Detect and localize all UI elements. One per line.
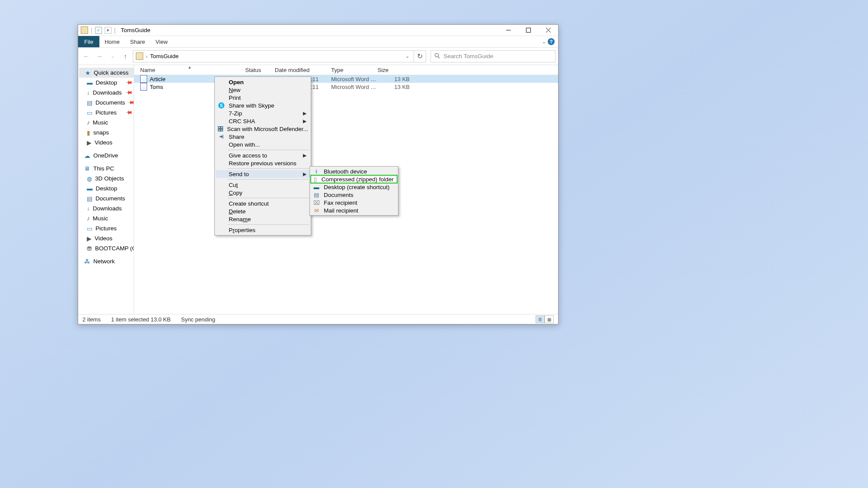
col-date[interactable]: Date modified — [275, 67, 331, 73]
submenu-arrow-icon: ▶ — [303, 118, 306, 124]
ctx-delete[interactable]: Delete — [216, 207, 310, 215]
share-icon — [217, 134, 225, 140]
column-headers[interactable]: Name▲ Status Date modified Type Size — [134, 65, 558, 75]
qat-dropdown-icon[interactable]: ▾ — [105, 27, 112, 34]
sendto-zipped[interactable]: ▯Compressed (zipped) folder — [311, 175, 397, 183]
nav-documents[interactable]: ▤Documents📌 — [78, 98, 134, 108]
view-large-button[interactable]: ▦ — [545, 315, 554, 323]
nav-desktop[interactable]: ▬Desktop📌 — [78, 78, 134, 88]
ctx-new[interactable]: New — [216, 86, 310, 94]
address-segment[interactable]: TomsGuide — [150, 53, 179, 59]
help-icon[interactable]: ? — [548, 38, 555, 45]
sendto-mail[interactable]: ✉Mail recipient — [311, 206, 397, 214]
ctx-properties[interactable]: Properties — [216, 226, 310, 234]
nav-network[interactable]: 🖧Network — [78, 256, 134, 266]
status-bar: 2 items 1 item selected 13.0 KB Sync pen… — [78, 314, 558, 324]
col-size[interactable]: Size — [378, 67, 410, 73]
svg-rect-6 — [218, 127, 220, 128]
shield-icon — [217, 126, 224, 132]
col-type[interactable]: Type — [331, 67, 378, 73]
nav-videos2[interactable]: ▶Videos — [78, 233, 134, 243]
status-selected: 1 item selected 13.0 KB — [111, 316, 171, 323]
sendto-fax[interactable]: ⌧Fax recipient — [311, 199, 397, 206]
nav-downloads2[interactable]: ↓Downloads — [78, 203, 134, 213]
word-doc-icon — [140, 75, 147, 83]
word-doc-icon — [140, 83, 147, 91]
nav-onedrive[interactable]: ☁OneDrive — [78, 151, 134, 160]
status-items: 2 items — [82, 316, 101, 323]
svg-rect-9 — [221, 129, 223, 131]
ctx-rename[interactable]: Rename — [216, 215, 310, 223]
ctx-defender[interactable]: Scan with Microsoft Defender... — [216, 125, 310, 133]
file-name: Article — [150, 76, 165, 82]
file-row[interactable]: Article 22/09/2022 15:11 Microsoft Word … — [134, 75, 558, 83]
sendto-bluetooth[interactable]: ᚼBluetooth device — [311, 167, 397, 175]
ctx-open[interactable]: Open — [216, 78, 310, 86]
navigation-pane[interactable]: ★Quick access ▬Desktop📌 ↓Downloads📌 ▤Doc… — [78, 65, 134, 314]
nav-videos[interactable]: ▶Videos — [78, 138, 134, 147]
tab-share[interactable]: Share — [125, 36, 151, 47]
maximize-button[interactable] — [518, 25, 538, 36]
status-sync: Sync pending — [181, 316, 215, 323]
ribbon-tabs: File Home Share View ⌄ ? — [78, 36, 558, 48]
address-dropdown-icon[interactable]: ⌄ — [405, 53, 411, 59]
svg-rect-7 — [221, 127, 223, 128]
nav-quick-access[interactable]: ★Quick access — [78, 68, 134, 78]
file-list-area[interactable]: Name▲ Status Date modified Type Size Art… — [134, 65, 558, 314]
address-bar[interactable]: › TomsGuide ⌄ — [133, 50, 414, 62]
nav-downloads[interactable]: ↓Downloads📌 — [78, 88, 134, 98]
minimize-button[interactable] — [498, 25, 518, 36]
nav-thispc[interactable]: 🖥This PC — [78, 164, 134, 174]
tab-home[interactable]: Home — [99, 36, 125, 47]
ctx-copy[interactable]: Copy — [216, 189, 310, 197]
nav-history-dropdown[interactable]: ⌄ — [107, 51, 118, 62]
ctx-7zip[interactable]: 7-Zip▶ — [216, 109, 310, 117]
ribbon-expand-icon[interactable]: ⌄ — [542, 39, 546, 45]
nav-music2[interactable]: ♪Music — [78, 213, 134, 223]
file-explorer-window[interactable]: | ✓ ▾ | TomsGuide File Home Share View ⌄… — [78, 24, 559, 324]
nav-desktop2[interactable]: ▬Desktop — [78, 183, 134, 193]
nav-up-button[interactable]: ↑ — [120, 51, 131, 62]
ctx-openwith[interactable]: Open with... — [216, 141, 310, 148]
zip-icon: ▯ — [314, 176, 317, 183]
ctx-share[interactable]: Share — [216, 133, 310, 141]
tab-file[interactable]: File — [78, 36, 99, 47]
pin-icon: 📌 — [125, 88, 133, 97]
ctx-giveaccess[interactable]: Give access to▶ — [216, 151, 310, 159]
separator-icon: | — [114, 27, 116, 34]
ctx-restore[interactable]: Restore previous versions — [216, 159, 310, 167]
properties-icon[interactable]: ✓ — [95, 27, 102, 34]
nav-3dobjects[interactable]: ◍3D Objects — [78, 174, 134, 183]
nav-bootcamp[interactable]: ⛃BOOTCAMP (C:) — [78, 243, 134, 253]
close-button[interactable] — [538, 25, 558, 36]
tab-view[interactable]: View — [150, 36, 173, 47]
ctx-share-skype[interactable]: SShare with Skype — [216, 102, 310, 109]
col-status[interactable]: Status — [245, 67, 275, 73]
nav-pictures[interactable]: ▭Pictures📌 — [78, 108, 134, 118]
sendto-submenu[interactable]: ᚼBluetooth device ▯Compressed (zipped) f… — [309, 166, 398, 216]
nav-snaps[interactable]: ▮snaps — [78, 128, 134, 138]
nav-music[interactable]: ♪Music — [78, 118, 134, 128]
sendto-desktop[interactable]: ▬Desktop (create shortcut) — [311, 183, 397, 191]
submenu-arrow-icon: ▶ — [303, 153, 306, 158]
refresh-button[interactable]: ↻ — [414, 50, 426, 62]
sendto-documents[interactable]: ▤Documents — [311, 191, 397, 199]
chevron-right-icon[interactable]: › — [146, 54, 148, 59]
ctx-shortcut[interactable]: Create shortcut — [216, 200, 310, 207]
documents-icon: ▤ — [314, 192, 319, 198]
context-menu[interactable]: Open New Print SShare with Skype 7-Zip▶ … — [214, 76, 311, 236]
ctx-crcsha[interactable]: CRC SHA▶ — [216, 117, 310, 125]
file-row[interactable]: Toms 22/09/2022 15:11 Microsoft Word 97-… — [134, 83, 558, 91]
search-input[interactable]: Search TomsGuide — [431, 50, 556, 62]
nav-documents2[interactable]: ▤Documents — [78, 193, 134, 203]
view-details-button[interactable]: ☰ — [536, 315, 545, 323]
ctx-print[interactable]: Print — [216, 94, 310, 102]
nav-forward-button[interactable]: → — [94, 51, 105, 62]
col-name[interactable]: Name▲ — [134, 67, 245, 73]
ctx-cut[interactable]: Cut — [216, 181, 310, 189]
nav-pictures2[interactable]: ▭Pictures — [78, 223, 134, 233]
nav-back-button[interactable]: ← — [81, 51, 92, 62]
ctx-sendto[interactable]: Send to▶ — [216, 170, 310, 178]
bluetooth-icon: ᚼ — [315, 168, 318, 175]
pin-icon: 📌 — [125, 108, 133, 117]
